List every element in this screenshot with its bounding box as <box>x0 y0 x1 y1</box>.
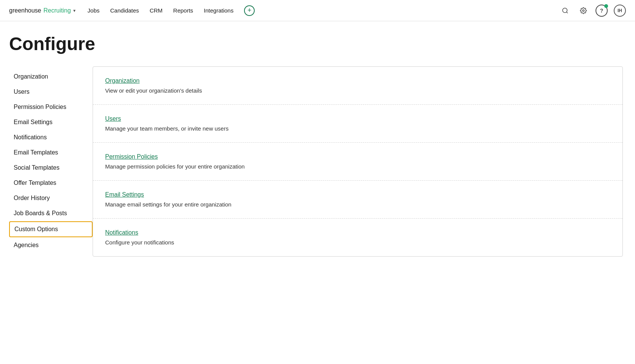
config-desc-notifications: Configure your notifications <box>105 239 610 246</box>
gear-icon <box>580 7 587 14</box>
help-label: ? <box>600 8 603 14</box>
brand-recruiting: Recruiting <box>44 7 71 14</box>
config-link-email-settings[interactable]: Email Settings <box>105 191 144 198</box>
sidebar-item-users[interactable]: Users <box>9 85 93 99</box>
sidebar-item-email-templates[interactable]: Email Templates <box>9 145 93 160</box>
config-link-users[interactable]: Users <box>105 115 121 122</box>
sidebar-item-job-boards-posts[interactable]: Job Boards & Posts <box>9 206 93 221</box>
nav-links: Jobs Candidates CRM Reports Integrations… <box>88 5 547 16</box>
sidebar-item-custom-options[interactable]: Custom Options <box>9 221 93 237</box>
config-desc-users: Manage your team members, or invite new … <box>105 125 610 132</box>
user-avatar[interactable]: IH <box>614 5 626 17</box>
config-item-organization: OrganizationView or edit your organizati… <box>93 67 622 105</box>
main-panel: OrganizationView or edit your organizati… <box>93 66 623 257</box>
config-desc-email-settings: Manage email settings for your entire or… <box>105 201 610 208</box>
search-button[interactable] <box>559 5 571 17</box>
config-link-notifications[interactable]: Notifications <box>105 229 138 236</box>
sidebar-item-email-settings[interactable]: Email Settings <box>9 115 93 129</box>
sidebar-item-permission-policies[interactable]: Permission Policies <box>9 100 93 114</box>
help-badge <box>604 4 608 8</box>
sidebar-item-order-history[interactable]: Order History <box>9 191 93 205</box>
config-item-email-settings: Email SettingsManage email settings for … <box>93 181 622 219</box>
page-content: Configure OrganizationUsersPermission Po… <box>0 21 635 269</box>
sidebar-item-social-templates[interactable]: Social Templates <box>9 161 93 175</box>
sidebar-item-agencies[interactable]: Agencies <box>9 238 93 252</box>
svg-line-1 <box>566 12 567 13</box>
settings-button[interactable] <box>577 5 589 17</box>
add-button[interactable]: + <box>244 5 255 16</box>
config-desc-organization: View or edit your organization's details <box>105 87 610 94</box>
sidebar: OrganizationUsersPermission PoliciesEmai… <box>9 66 93 257</box>
config-item-permission-policies: Permission PoliciesManage permission pol… <box>93 143 622 181</box>
config-link-permission-policies[interactable]: Permission Policies <box>105 153 158 160</box>
brand-chevron: ▾ <box>73 8 76 13</box>
config-item-notifications: NotificationsConfigure your notification… <box>93 219 622 256</box>
nav-link-candidates[interactable]: Candidates <box>110 7 139 14</box>
sidebar-item-organization[interactable]: Organization <box>9 69 93 84</box>
page-title: Configure <box>9 33 623 54</box>
svg-point-2 <box>583 9 585 11</box>
search-icon <box>562 7 569 14</box>
brand-greenhouse: greenhouse <box>9 7 41 14</box>
nav-actions: ? IH <box>559 5 626 17</box>
nav-link-jobs[interactable]: Jobs <box>88 7 100 14</box>
config-desc-permission-policies: Manage permission policies for your enti… <box>105 163 610 170</box>
sidebar-item-offer-templates[interactable]: Offer Templates <box>9 176 93 190</box>
nav-link-crm[interactable]: CRM <box>150 7 162 14</box>
nav-link-reports[interactable]: Reports <box>173 7 193 14</box>
config-item-users: UsersManage your team members, or invite… <box>93 105 622 143</box>
help-button[interactable]: ? <box>596 5 608 17</box>
svg-point-0 <box>563 8 567 13</box>
top-nav: greenhouse Recruiting ▾ Jobs Candidates … <box>0 0 635 21</box>
brand-logo[interactable]: greenhouse Recruiting ▾ <box>9 7 76 14</box>
nav-link-integrations[interactable]: Integrations <box>204 7 233 14</box>
config-link-organization[interactable]: Organization <box>105 77 140 84</box>
main-layout: OrganizationUsersPermission PoliciesEmai… <box>9 66 623 257</box>
sidebar-item-notifications[interactable]: Notifications <box>9 130 93 145</box>
